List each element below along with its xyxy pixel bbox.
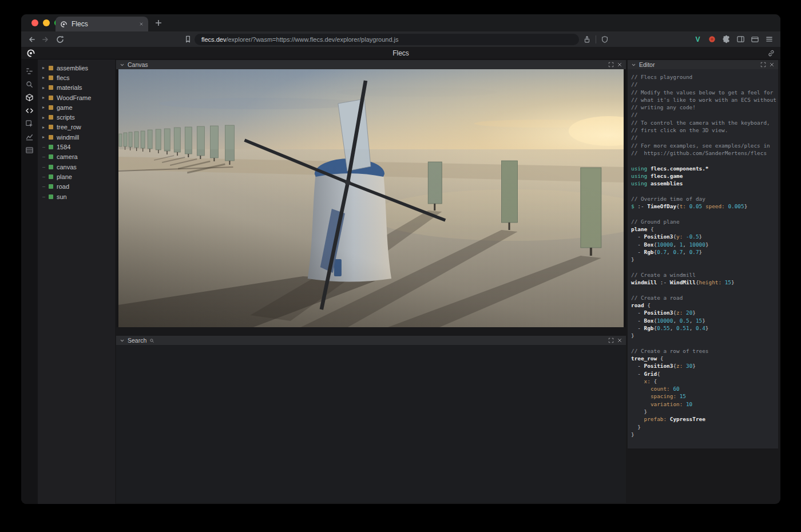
tree-item-label: WoodFrame	[57, 94, 91, 101]
search-icon[interactable]	[21, 78, 38, 91]
record-icon[interactable]	[708, 35, 716, 43]
back-button[interactable]	[27, 35, 36, 44]
entity-square-icon	[49, 145, 53, 149]
search-results-area	[116, 345, 626, 503]
table-icon[interactable]	[21, 144, 38, 157]
leaf-dash-icon: –	[42, 164, 49, 170]
tree-item-assemblies[interactable]: ▸assemblies	[38, 63, 115, 73]
leaf-dash-icon: –	[42, 154, 49, 160]
browser-toolbar: flecs.dev/explorer/?wasm=https://www.fle…	[21, 31, 780, 47]
expand-arrow-icon[interactable]: ▸	[42, 105, 49, 110]
tree-item-label: assemblies	[57, 65, 88, 72]
tree-item-sun[interactable]: –sun	[38, 192, 115, 201]
tree-item-label: scripts	[57, 114, 75, 121]
tree-item-windmill[interactable]: ▸windmill	[38, 132, 115, 142]
leaf-dash-icon: –	[42, 174, 49, 180]
tree-item-flecs[interactable]: ▸flecs	[38, 73, 115, 82]
editor-close-icon[interactable]	[769, 62, 775, 68]
3d-viewport[interactable]	[116, 69, 626, 327]
editor-code[interactable]: // Flecs playground//// Modify the value…	[628, 69, 778, 448]
tab-flecs[interactable]: Flecs	[55, 17, 148, 31]
forward-button[interactable]	[41, 35, 50, 44]
side-panel-icon[interactable]	[736, 35, 745, 43]
share-icon[interactable]	[583, 35, 591, 43]
tree-item-label: plane	[57, 173, 72, 180]
search-close-icon[interactable]	[617, 338, 622, 343]
tree-item-materials[interactable]: ▸materials	[38, 83, 115, 93]
search-expand-icon[interactable]	[608, 338, 614, 343]
search-collapse-icon[interactable]	[120, 338, 125, 343]
tree-item-label: windmill	[57, 134, 79, 141]
wallet-icon[interactable]	[751, 35, 759, 43]
tree-item-tree_row[interactable]: ▸tree_row	[38, 122, 115, 132]
leaf-dash-icon: –	[42, 184, 49, 189]
tree-item-plane[interactable]: –plane	[38, 172, 115, 181]
extensions-icon[interactable]	[722, 35, 731, 43]
module-square-icon	[49, 105, 53, 110]
query-icon[interactable]	[21, 117, 38, 130]
canvas-expand-icon[interactable]	[608, 62, 614, 68]
chart-icon[interactable]	[21, 130, 38, 144]
search-panel-header: Search	[116, 336, 626, 345]
entity-square-icon	[49, 174, 53, 179]
canvas-close-icon[interactable]	[617, 62, 622, 68]
url-domain: flecs.dev	[201, 36, 226, 43]
editor-panel-header: Editor	[628, 60, 778, 69]
editor-collapse-icon[interactable]	[631, 62, 636, 68]
module-square-icon	[49, 125, 53, 129]
tree-item-camera[interactable]: –camera	[38, 152, 115, 162]
expand-arrow-icon[interactable]: ▸	[42, 115, 49, 120]
module-square-icon	[49, 66, 53, 70]
code-icon[interactable]	[21, 104, 38, 117]
shield-icon[interactable]	[601, 35, 609, 43]
editor-expand-icon[interactable]	[760, 62, 766, 68]
tree-item-label: flecs	[57, 74, 70, 81]
module-square-icon	[49, 85, 53, 90]
hierarchy-icon[interactable]	[21, 65, 38, 78]
tree-item-label: canvas	[57, 164, 77, 170]
leaf-dash-icon: –	[42, 194, 49, 200]
tree-item-label: sun	[57, 193, 67, 200]
tree-item-label: tree_row	[57, 124, 81, 130]
new-tab-button[interactable]	[154, 18, 163, 27]
entity-square-icon	[49, 184, 53, 189]
tab-strip: Flecs	[21, 14, 780, 31]
search-magnifier-icon	[149, 338, 154, 343]
canvas-panel-title: Canvas	[128, 61, 148, 68]
reload-button[interactable]	[55, 35, 65, 44]
vimium-icon[interactable]: V	[693, 35, 702, 43]
expand-arrow-icon[interactable]: ▸	[42, 75, 49, 80]
expand-arrow-icon[interactable]: ▸	[42, 85, 49, 90]
tree-item-WoodFrame[interactable]: ▸WoodFrame	[38, 93, 115, 102]
canvas-collapse-icon[interactable]	[120, 62, 125, 68]
address-bar[interactable]: flecs.dev/explorer/?wasm=https://www.fle…	[195, 34, 579, 45]
minimize-window-button[interactable]	[43, 19, 50, 26]
svg-text:V: V	[695, 35, 700, 43]
module-square-icon	[49, 76, 53, 80]
menu-icon[interactable]	[765, 35, 774, 43]
tree-item-label: camera	[57, 153, 78, 160]
entity-square-icon	[49, 154, 53, 159]
expand-arrow-icon[interactable]: ▸	[42, 95, 49, 100]
cube-icon[interactable]	[21, 91, 38, 104]
module-square-icon	[49, 115, 53, 120]
toolbar-extensions: V	[693, 31, 774, 47]
expand-arrow-icon[interactable]: ▸	[42, 125, 49, 130]
tree-item-game[interactable]: ▸game	[38, 102, 115, 112]
tab-close-icon[interactable]	[139, 22, 144, 26]
tree-item-canvas[interactable]: –canvas	[38, 162, 115, 172]
bookmark-icon[interactable]	[184, 35, 192, 43]
tree-item-scripts[interactable]: ▸scripts	[38, 112, 115, 122]
close-window-button[interactable]	[31, 19, 38, 26]
share-link-icon[interactable]	[767, 49, 775, 57]
toolbar-divider	[596, 35, 596, 43]
expand-arrow-icon[interactable]: ▸	[42, 134, 49, 140]
tree-item-road[interactable]: –road	[38, 182, 115, 192]
flecs-logo-icon	[26, 49, 35, 58]
tree-item-1584[interactable]: –1584	[38, 142, 115, 152]
url-path: /explorer/?wasm=https://www.flecs.dev/ex…	[226, 36, 398, 43]
entity-square-icon	[49, 194, 53, 199]
tree-item-label: road	[57, 183, 69, 190]
windmill-scene	[118, 69, 624, 327]
expand-arrow-icon[interactable]: ▸	[42, 65, 49, 70]
